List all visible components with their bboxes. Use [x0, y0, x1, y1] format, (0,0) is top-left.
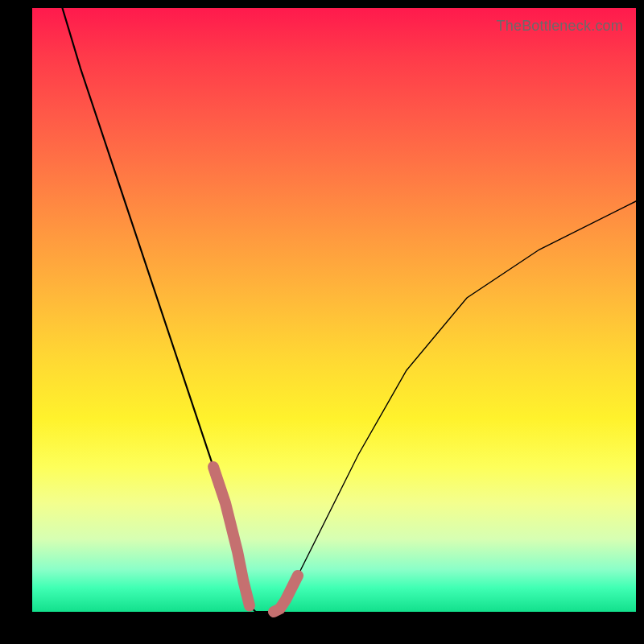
plot-area: TheBottleneck.com: [32, 8, 636, 612]
bottleneck-curve-right: [256, 201, 637, 612]
highlight-right: [274, 576, 298, 612]
chart-frame: TheBottleneck.com: [0, 0, 644, 644]
curve-svg: [32, 8, 636, 612]
bottleneck-curve: [63, 8, 275, 612]
highlight-left: [213, 467, 250, 606]
